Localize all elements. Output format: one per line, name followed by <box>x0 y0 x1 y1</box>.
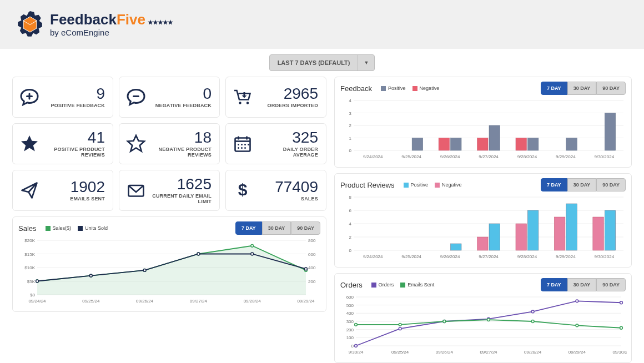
svg-text:9/25/2024: 9/25/2024 <box>401 254 421 259</box>
svg-rect-92 <box>451 244 461 250</box>
tab-30day[interactable]: 30 DAY <box>567 82 597 95</box>
svg-text:600: 600 <box>308 252 316 257</box>
logo-byline: by eComEngine <box>50 28 173 37</box>
svg-text:9/28/2024: 9/28/2024 <box>517 154 537 159</box>
svg-point-136 <box>443 320 446 323</box>
orders-chart-panel: Orders Orders Emails Sent 7 DAY 30 DAY 9… <box>334 273 632 363</box>
chart-legend: Positive Negative <box>381 85 439 91</box>
svg-text:09/29/24: 09/29/24 <box>297 299 315 304</box>
svg-text:09/25/24: 09/25/24 <box>391 350 409 355</box>
svg-text:4: 4 <box>349 221 352 226</box>
svg-text:9/26/2024: 9/26/2024 <box>440 154 460 159</box>
svg-rect-71 <box>489 125 500 150</box>
tab-30day[interactable]: 30 DAY <box>262 221 291 235</box>
kpi-value: 18 <box>152 130 212 145</box>
svg-point-133 <box>620 301 623 304</box>
svg-rect-98 <box>527 210 538 250</box>
legend-label: Sales($) <box>53 225 72 231</box>
legend-label: Negative <box>442 182 462 188</box>
chart-range-tabs: 7 DAY 30 DAY 90 DAY <box>235 221 320 235</box>
legend-label: Emails Sent <box>407 282 434 288</box>
kpi-value: 325 <box>258 130 318 145</box>
sales-chart-panel: Sales Sales($) Units Sold 7 DAY 30 DAY 9… <box>12 216 326 312</box>
svg-text:09/30/24: 09/30/24 <box>612 350 627 355</box>
tab-7day[interactable]: 7 DAY <box>541 82 567 95</box>
tab-90day[interactable]: 90 DAY <box>291 221 320 235</box>
cart-download-icon <box>233 87 253 107</box>
svg-text:$0: $0 <box>30 293 35 298</box>
tab-30day[interactable]: 30 DAY <box>567 178 597 191</box>
card-emails-sent: 1902EMAILS SENT <box>12 170 113 211</box>
card-positive-feedback: 9POSITIVE FEEDBACK <box>12 77 113 118</box>
svg-text:9/24/2024: 9/24/2024 <box>363 254 383 259</box>
legend-label: Positive <box>388 85 406 91</box>
svg-point-53 <box>305 268 308 270</box>
star-filled-icon <box>19 134 39 154</box>
chart-title: Orders <box>340 281 363 289</box>
stars-icon: ★★★★★ <box>148 19 173 26</box>
svg-text:0: 0 <box>349 248 352 253</box>
svg-point-46 <box>251 244 254 247</box>
svg-text:$20K: $20K <box>24 238 35 243</box>
chart-range-tabs: 7 DAY 30 DAY 90 DAY <box>541 82 626 95</box>
svg-rect-65 <box>412 138 422 151</box>
kpi-value: 0 <box>152 86 212 102</box>
svg-point-16 <box>248 144 249 145</box>
speech-plus-icon <box>19 87 39 107</box>
svg-point-139 <box>576 324 578 327</box>
svg-text:9/29/2024: 9/29/2024 <box>556 154 576 159</box>
kpi-label: CURRENT DAILY EMAIL LIMIT <box>152 193 212 204</box>
svg-rect-97 <box>516 224 526 250</box>
svg-text:09/26/24: 09/26/24 <box>136 299 154 304</box>
svg-text:$15K: $15K <box>24 252 35 257</box>
tab-7day[interactable]: 7 DAY <box>541 178 567 191</box>
tab-7day[interactable]: 7 DAY <box>541 278 567 291</box>
svg-point-49 <box>89 274 92 277</box>
svg-text:09/29/24: 09/29/24 <box>568 350 586 355</box>
paper-plane-icon <box>19 180 39 200</box>
svg-point-18 <box>241 147 243 149</box>
svg-text:09/24/24: 09/24/24 <box>28 299 46 304</box>
svg-text:09/28/24: 09/28/24 <box>244 299 261 304</box>
tab-90day[interactable]: 90 DAY <box>596 278 626 291</box>
svg-text:8: 8 <box>349 195 352 200</box>
svg-text:$: $ <box>238 180 248 199</box>
tab-30day[interactable]: 30 DAY <box>567 278 597 291</box>
svg-text:9/30/24: 9/30/24 <box>349 350 364 355</box>
tab-90day[interactable]: 90 DAY <box>596 178 626 191</box>
logo-text: FeedbackFive★★★★★ <box>50 12 173 27</box>
feedback-chart-panel: Feedback Positive Negative 7 DAY 30 DAY … <box>334 77 632 168</box>
legend-label: Positive <box>411 182 429 188</box>
svg-text:400: 400 <box>346 311 354 316</box>
feedback-chart: 012349/24/20249/25/20249/26/20249/27/202… <box>340 98 627 160</box>
chart-range-tabs: 7 DAY 30 DAY 90 DAY <box>541 278 626 291</box>
reviews-chart: 024689/24/20249/25/20249/26/20249/27/202… <box>340 195 627 260</box>
chart-title: Product Reviews <box>340 181 395 189</box>
svg-text:$10K: $10K <box>24 265 35 270</box>
svg-point-8 <box>246 102 249 104</box>
svg-text:200: 200 <box>308 279 316 284</box>
tab-90day[interactable]: 90 DAY <box>596 82 626 95</box>
svg-point-50 <box>143 269 146 272</box>
svg-point-127 <box>355 345 358 347</box>
tab-7day[interactable]: 7 DAY <box>235 221 262 235</box>
svg-rect-95 <box>489 224 500 250</box>
svg-rect-100 <box>554 217 565 250</box>
svg-point-128 <box>399 327 401 330</box>
chart-title: Sales <box>18 224 37 233</box>
kpi-value: 9 <box>45 86 105 102</box>
svg-rect-94 <box>477 237 488 250</box>
svg-rect-103 <box>593 217 603 250</box>
card-daily-order-avg: 325DAILY ORDER AVERAGE <box>225 123 326 164</box>
speech-minus-icon <box>126 87 146 107</box>
svg-text:09/27/24: 09/27/24 <box>190 299 208 304</box>
svg-text:09/26/24: 09/26/24 <box>436 350 454 355</box>
logo: FeedbackFive★★★★★ by eComEngine <box>16 10 173 39</box>
svg-point-48 <box>36 280 39 283</box>
legend-label: Units Sold <box>85 225 108 231</box>
date-range-dropdown[interactable]: LAST 7 DAYS (DEFAULT) ▼ <box>269 54 375 71</box>
app-header: FeedbackFive★★★★★ by eComEngine <box>0 0 644 49</box>
reviews-chart-panel: Product Reviews Positive Negative 7 DAY … <box>334 173 632 268</box>
kpi-label: EMAILS SENT <box>45 196 105 201</box>
kpi-cards: 9POSITIVE FEEDBACK 0NEGATIVE FEEDBACK <box>12 77 326 211</box>
